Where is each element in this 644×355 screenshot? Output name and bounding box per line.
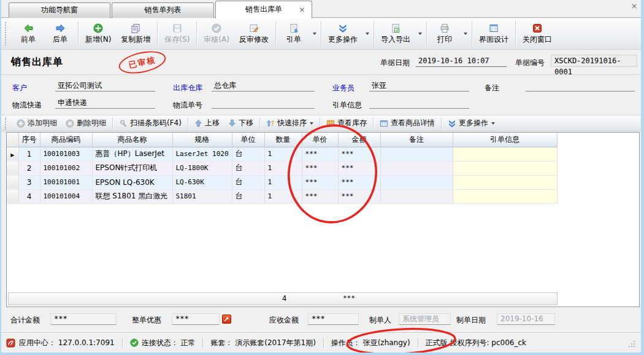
cell-amount[interactable]: ***	[338, 147, 380, 161]
discount-field[interactable]: ***	[172, 313, 220, 325]
print-button[interactable]: 打印	[429, 20, 470, 47]
total-amount-field[interactable]: ***	[50, 313, 117, 325]
cell-seq[interactable]: 4	[18, 189, 40, 203]
approve-button[interactable]: 审核(A)	[199, 20, 234, 47]
customer-field[interactable]: 亚拓公司测试	[55, 80, 155, 92]
col-header-name[interactable]: 商品名称	[92, 133, 172, 147]
tabgroup-close-icon[interactable]: ×	[629, 1, 639, 11]
cell-seq[interactable]: 1	[18, 147, 40, 161]
prev-doc-button[interactable]: 前单	[12, 20, 44, 47]
cell-seq[interactable]: 3	[18, 175, 40, 189]
discount-edit-icon[interactable]	[222, 314, 231, 324]
cell-spec[interactable]: LaserJet 1020	[172, 147, 232, 161]
tab-sales-outbound[interactable]: 销售出库单 ×	[215, 1, 312, 18]
pull-doc-button[interactable]: 引单	[278, 20, 319, 47]
copy-new-button[interactable]: 复制新增	[116, 20, 155, 47]
logistics-field[interactable]: 申通快递	[55, 98, 155, 109]
grid-more-actions-button[interactable]: 更多操作	[443, 117, 499, 130]
tab-close-icon[interactable]: ×	[299, 1, 305, 18]
cell-amount[interactable]: ***	[338, 189, 380, 203]
unapprove-button[interactable]: 反审修改	[234, 20, 274, 47]
next-doc-button[interactable]: 后单	[44, 20, 76, 47]
cell-code[interactable]: 100101003	[40, 147, 92, 161]
table-row[interactable]: ▶ 1 100101003 惠普（HP）LaserJet LaserJet 10…	[7, 147, 557, 161]
cell-spec[interactable]: S1801	[172, 189, 232, 203]
warehouse-field[interactable]: 总仓库	[212, 80, 315, 92]
cell-note[interactable]	[380, 175, 453, 189]
cell-unit[interactable]: 台	[232, 147, 264, 161]
cell-qty[interactable]: 1	[264, 161, 302, 175]
cell-qty[interactable]: 1	[264, 147, 302, 161]
view-stock-button[interactable]: 查看库存	[322, 117, 371, 130]
cell-unit[interactable]: 台	[232, 189, 264, 203]
col-header-seq[interactable]: 序号	[18, 133, 40, 147]
cell-qty[interactable]: 1	[264, 175, 302, 189]
toolbar-grip[interactable]	[5, 117, 9, 130]
salesman-field[interactable]: 张亚	[369, 80, 469, 92]
pull-doc-button-main[interactable]: 引单	[278, 20, 310, 47]
cell-price[interactable]: ***	[302, 175, 338, 189]
close-window-button[interactable]: 关闭窗口	[518, 20, 557, 47]
ui-design-button[interactable]: 界面设计	[474, 20, 513, 47]
import-export-button-main[interactable]: 导入导出	[376, 20, 415, 47]
save-button[interactable]: 保存(S)	[159, 20, 194, 47]
col-header-unit[interactable]: 单位	[232, 133, 264, 147]
cell-amount[interactable]: ***	[338, 175, 380, 189]
doc-date-field[interactable]: 2019-10-16 10:07	[416, 55, 507, 67]
cell-code[interactable]: 100101001	[40, 175, 92, 189]
tab-nav-window[interactable]: 功能导航窗	[9, 2, 110, 18]
table-row[interactable]: 2 100101002 EPSON针式打印机 LQ-1800K 台 1 *** …	[7, 161, 557, 175]
more-actions-button[interactable]: 更多操作	[323, 20, 372, 47]
cell-price[interactable]: ***	[302, 161, 338, 175]
import-export-button[interactable]: 导入导出	[376, 20, 424, 47]
cell-price[interactable]: ***	[302, 147, 338, 161]
cell-seq[interactable]: 2	[18, 161, 40, 175]
col-header-code[interactable]: 商品编码	[40, 133, 92, 147]
cell-name[interactable]: EPSON针式打印机	[92, 161, 172, 175]
cell-name[interactable]: 惠普（HP）LaserJet	[92, 147, 172, 161]
col-header-note[interactable]: 备注	[380, 133, 453, 147]
move-down-button[interactable]: 下移	[224, 117, 258, 130]
receivable-field[interactable]: ***	[308, 313, 359, 325]
row-selector-header[interactable]	[7, 133, 18, 147]
cell-unit[interactable]: 台	[232, 175, 264, 189]
cell-ref[interactable]	[453, 175, 557, 189]
more-actions-button-main[interactable]: 更多操作	[323, 20, 362, 47]
delete-row-button[interactable]: 删除明细	[61, 117, 110, 130]
quick-sort-button[interactable]: 快速排序	[262, 117, 318, 130]
scan-barcode-button[interactable]: 扫描条形码(F4)	[115, 117, 186, 130]
toolbar-grip[interactable]	[5, 22, 9, 45]
col-header-spec[interactable]: 规格	[172, 133, 232, 147]
tab-sales-list[interactable]: 销售单列表	[112, 2, 214, 18]
cell-qty[interactable]: 1	[264, 189, 302, 203]
cell-ref[interactable]	[453, 161, 557, 175]
cell-name[interactable]: EPSON LQ-630K	[92, 175, 172, 189]
row-selector[interactable]	[7, 161, 18, 175]
col-header-price[interactable]: 单价	[302, 133, 338, 147]
row-selector[interactable]: ▶	[7, 147, 18, 161]
cell-spec[interactable]: LQ-1800K	[172, 161, 232, 175]
row-selector[interactable]	[7, 175, 18, 189]
remark-field[interactable]	[526, 80, 635, 92]
col-header-ref[interactable]: 引单信息	[453, 133, 557, 147]
cell-name[interactable]: 联想 S1801 黑白激光	[92, 189, 172, 203]
cell-note[interactable]	[380, 189, 453, 203]
cell-code[interactable]: 100101002	[40, 161, 92, 175]
add-row-button[interactable]: 添加明细	[12, 117, 61, 130]
cell-note[interactable]	[380, 147, 453, 161]
resize-grip[interactable]	[628, 340, 635, 349]
cell-code[interactable]: 100101004	[40, 189, 92, 203]
table-row[interactable]: 4 100101004 联想 S1801 黑白激光 S1801 台 1 *** …	[7, 189, 557, 203]
ref-info-field[interactable]	[369, 98, 469, 109]
row-selector[interactable]	[7, 189, 18, 203]
cell-unit[interactable]: 台	[232, 161, 264, 175]
cell-amount[interactable]: ***	[338, 161, 380, 175]
cell-price[interactable]: ***	[302, 189, 338, 203]
cell-ref[interactable]	[453, 147, 557, 161]
cell-note[interactable]	[380, 161, 453, 175]
view-product-detail-button[interactable]: 查看商品详情	[375, 117, 439, 130]
table-row[interactable]: 3 100101001 EPSON LQ-630K LQ-630K 台 1 **…	[7, 175, 557, 189]
col-header-qty[interactable]: 数量	[264, 133, 302, 147]
col-header-amount[interactable]: 金额	[338, 133, 380, 147]
move-up-button[interactable]: 上移	[190, 117, 224, 130]
